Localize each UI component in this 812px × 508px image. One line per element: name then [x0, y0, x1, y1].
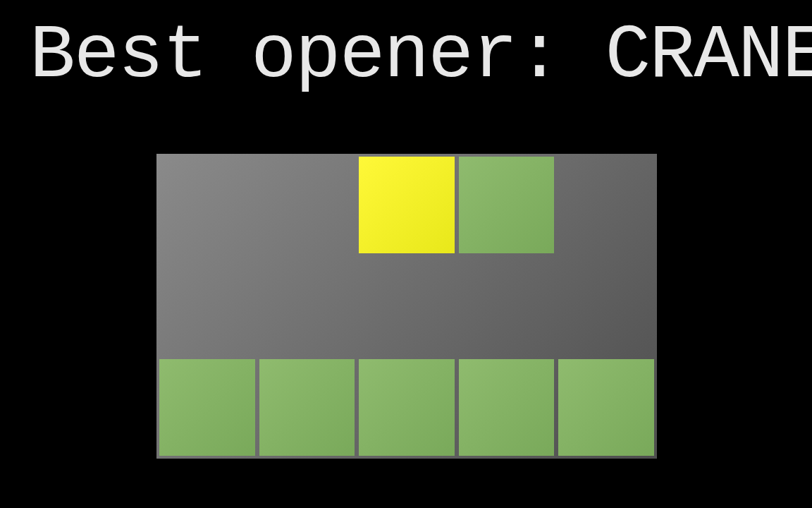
board-cell [359, 157, 455, 253]
board-cell [259, 258, 355, 354]
board-cell [159, 359, 255, 456]
board-cell [459, 258, 555, 354]
board-cell [558, 359, 654, 456]
board-cell [259, 359, 355, 456]
board-cell [459, 157, 555, 253]
board-cell [459, 359, 555, 456]
board-cell [558, 258, 654, 354]
board-cell [259, 157, 355, 253]
board-cell [558, 157, 654, 253]
wordle-board [156, 154, 657, 459]
board-cell [159, 258, 255, 354]
board-cell [159, 157, 255, 253]
board-cell [359, 359, 455, 456]
page-title: Best opener: CRANE [0, 0, 812, 99]
board-cell [359, 258, 455, 354]
